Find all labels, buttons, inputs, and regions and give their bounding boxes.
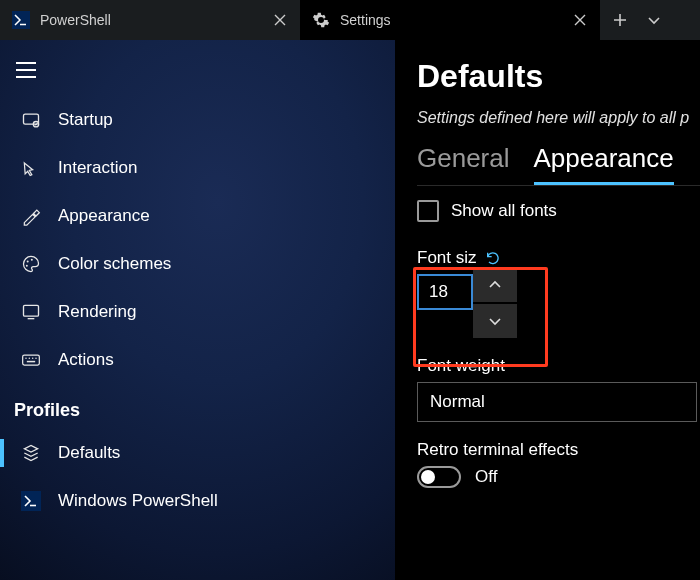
sidebar-item-interaction[interactable]: Interaction <box>0 144 395 192</box>
svg-point-10 <box>25 358 27 360</box>
sidebar: Startup Interaction Appearance Color sch… <box>0 40 395 580</box>
font-weight-label: Font weight <box>417 356 505 376</box>
svg-point-11 <box>29 358 31 360</box>
page-description: Settings defined here will apply to all … <box>417 109 700 127</box>
titlebar: PowerShell Settings <box>0 0 700 40</box>
hamburger-button[interactable] <box>6 50 46 90</box>
svg-point-12 <box>32 358 34 360</box>
close-icon[interactable] <box>572 12 588 28</box>
reset-icon[interactable] <box>485 250 501 266</box>
svg-rect-14 <box>27 361 35 363</box>
tab-dropdown-button[interactable] <box>642 8 666 32</box>
sidebar-item-color-schemes[interactable]: Color schemes <box>0 240 395 288</box>
svg-rect-2 <box>24 114 39 124</box>
gear-icon <box>312 11 330 29</box>
sidebar-item-label: Interaction <box>58 158 137 178</box>
sidebar-profile-windows-powershell[interactable]: Windows PowerShell <box>0 477 395 525</box>
sidebar-item-label: Defaults <box>58 443 120 463</box>
close-icon[interactable] <box>272 12 288 28</box>
tab-powershell[interactable]: PowerShell <box>0 0 300 40</box>
sidebar-item-label: Appearance <box>58 206 150 226</box>
sidebar-profile-defaults[interactable]: Defaults <box>0 429 395 477</box>
tab-appearance[interactable]: Appearance <box>534 143 674 185</box>
sidebar-item-label: Startup <box>58 110 113 130</box>
show-all-fonts-row[interactable]: Show all fonts <box>417 200 700 222</box>
appearance-icon <box>20 205 42 227</box>
font-size-field: Font siz <box>417 248 700 338</box>
tab-general[interactable]: General <box>417 143 510 185</box>
sidebar-item-label: Actions <box>58 350 114 370</box>
tab-settings[interactable]: Settings <box>300 0 600 40</box>
rendering-icon <box>20 301 42 323</box>
tab-powershell-label: PowerShell <box>40 12 262 28</box>
retro-effects-field: Retro terminal effects Off <box>417 440 700 488</box>
page-title: Defaults <box>417 58 700 95</box>
sidebar-item-label: Rendering <box>58 302 136 322</box>
sidebar-item-rendering[interactable]: Rendering <box>0 288 395 336</box>
retro-effects-toggle[interactable] <box>417 466 461 488</box>
svg-rect-9 <box>23 355 40 365</box>
font-weight-select[interactable]: Normal <box>417 382 697 422</box>
font-size-label: Font siz <box>417 248 477 268</box>
sidebar-item-appearance[interactable]: Appearance <box>0 192 395 240</box>
retro-effects-label: Retro terminal effects <box>417 440 578 460</box>
retro-effects-value: Off <box>475 467 497 487</box>
profiles-header: Profiles <box>0 384 395 429</box>
show-all-fonts-label: Show all fonts <box>451 201 557 221</box>
keyboard-icon <box>20 349 42 371</box>
palette-icon <box>20 253 42 275</box>
svg-point-4 <box>27 261 29 263</box>
tab-settings-label: Settings <box>340 12 562 28</box>
show-all-fonts-checkbox[interactable] <box>417 200 439 222</box>
sidebar-item-actions[interactable]: Actions <box>0 336 395 384</box>
titlebar-actions <box>600 0 674 40</box>
font-weight-value: Normal <box>430 392 485 412</box>
interaction-icon <box>20 157 42 179</box>
defaults-icon <box>20 442 42 464</box>
content-pane: Defaults Settings defined here will appl… <box>395 40 700 580</box>
new-tab-button[interactable] <box>608 8 632 32</box>
svg-rect-7 <box>24 305 39 316</box>
ps-icon <box>20 490 42 512</box>
font-size-decrement[interactable] <box>473 304 517 338</box>
svg-point-13 <box>35 358 37 360</box>
sidebar-item-startup[interactable]: Startup <box>0 96 395 144</box>
font-size-increment[interactable] <box>473 268 517 302</box>
svg-point-6 <box>26 265 28 267</box>
font-weight-field: Font weight Normal <box>417 356 700 422</box>
powershell-icon <box>12 11 30 29</box>
settings-tabs: General Appearance <box>417 143 700 186</box>
sidebar-item-label: Windows PowerShell <box>58 491 218 511</box>
font-size-input[interactable] <box>417 274 473 310</box>
svg-point-5 <box>31 259 33 261</box>
startup-icon <box>20 109 42 131</box>
sidebar-item-label: Color schemes <box>58 254 171 274</box>
